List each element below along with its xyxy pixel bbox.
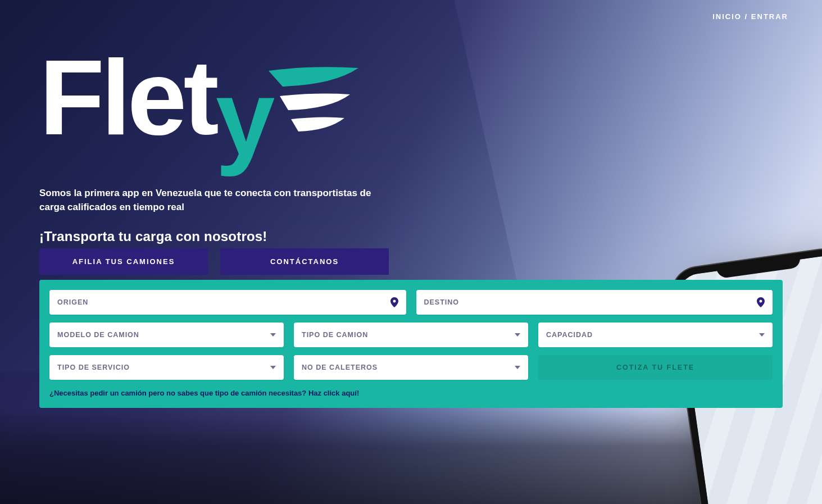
chevron-down-icon <box>515 366 520 369</box>
capacity-placeholder: CAPACIDAD <box>546 331 593 339</box>
truck-model-placeholder: MODELO DE CAMION <box>57 331 139 339</box>
quote-panel: ORIGEN DESTINO MODELO DE CAMION TIPO DE … <box>39 280 783 408</box>
chevron-down-icon <box>270 333 276 337</box>
headline: ¡Transporta tu carga con nosotros! <box>39 229 371 244</box>
chevron-down-icon <box>515 333 520 337</box>
wing-icon <box>266 65 361 146</box>
service-type-placeholder: TIPO DE SERVICIO <box>57 364 130 371</box>
origin-input[interactable]: ORIGEN <box>49 290 406 315</box>
origin-placeholder: ORIGEN <box>57 298 88 306</box>
contact-us-button[interactable]: CONTÁCTANOS <box>220 248 389 275</box>
logo-text-prefix: Flet <box>39 38 216 157</box>
hero-copy: Somos la primera app en Venezuela que te… <box>39 187 371 244</box>
nav-separator: / <box>745 12 748 21</box>
top-nav: INICIO / ENTRAR <box>712 12 788 21</box>
destination-input[interactable]: DESTINO <box>416 290 773 315</box>
destination-placeholder: DESTINO <box>424 298 460 306</box>
quote-button[interactable]: COTIZA TU FLETE <box>538 355 773 380</box>
affiliate-trucks-button[interactable]: AFILIA TUS CAMIONES <box>39 248 208 275</box>
brand-logo: Flety <box>39 49 361 173</box>
chevron-down-icon <box>759 333 765 337</box>
cta-row: AFILIA TUS CAMIONES CONTÁCTANOS <box>39 248 389 275</box>
logo-text-suffix: y <box>216 70 272 166</box>
capacity-select[interactable]: CAPACIDAD <box>538 323 773 347</box>
caleteros-placeholder: NO DE CALETEROS <box>302 364 378 371</box>
nav-home[interactable]: INICIO <box>712 12 742 21</box>
map-pin-icon <box>757 297 765 307</box>
tagline-line2: carga calificados en tiempo real <box>39 201 371 215</box>
truck-type-placeholder: TIPO DE CAMION <box>302 331 368 339</box>
help-which-truck-link[interactable]: ¿Necesitas pedir un camión pero no sabes… <box>49 389 359 397</box>
map-pin-icon <box>390 297 398 307</box>
service-type-select[interactable]: TIPO DE SERVICIO <box>49 355 284 380</box>
truck-type-select[interactable]: TIPO DE CAMION <box>294 323 528 347</box>
caleteros-select[interactable]: NO DE CALETEROS <box>294 355 528 380</box>
truck-model-select[interactable]: MODELO DE CAMION <box>49 323 284 347</box>
chevron-down-icon <box>270 366 276 369</box>
tagline-line1: Somos la primera app en Venezuela que te… <box>39 187 371 201</box>
nav-login[interactable]: ENTRAR <box>751 12 788 21</box>
